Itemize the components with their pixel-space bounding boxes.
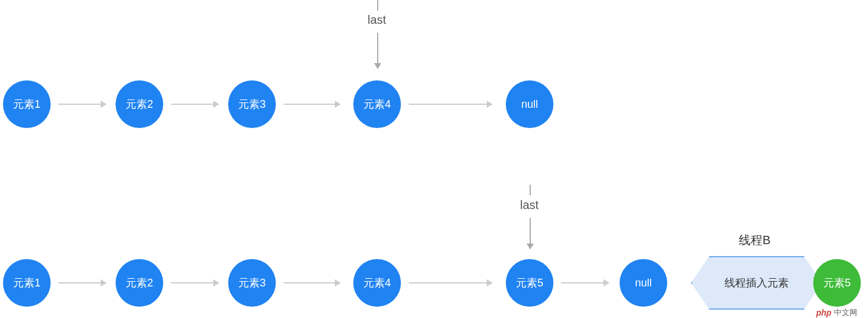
thread-b-title: 线程B bbox=[739, 232, 770, 248]
pointer-line-top-row2 bbox=[530, 185, 531, 195]
watermark-text: 中文网 bbox=[834, 307, 857, 318]
node-row1-3: 元素3 bbox=[228, 80, 276, 128]
arrow-row2-4-5 bbox=[409, 282, 492, 283]
watermark-logo: php bbox=[816, 308, 832, 317]
pointer-arrow-down-row1 bbox=[377, 33, 378, 68]
arrow-row2-3-4 bbox=[284, 282, 340, 283]
node-text: null bbox=[521, 98, 538, 111]
pointer-line-top-row1 bbox=[377, 0, 378, 11]
arrow-row1-2-3 bbox=[171, 104, 219, 105]
node-text: 元素5 bbox=[823, 276, 851, 290]
node-row2-1: 元素1 bbox=[3, 259, 51, 307]
node-text: 元素3 bbox=[238, 276, 266, 290]
node-row2-null: null bbox=[620, 259, 667, 307]
node-row2-2: 元素2 bbox=[116, 259, 163, 307]
node-text: null bbox=[635, 277, 652, 289]
thread-b-action-text: 线程插入元素 bbox=[724, 276, 789, 290]
arrow-row1-1-2 bbox=[58, 104, 106, 105]
node-text: 元素5 bbox=[516, 276, 543, 290]
arrow-row1-3-4 bbox=[284, 104, 340, 105]
node-text: 元素1 bbox=[13, 276, 41, 290]
arrow-row1-4-null bbox=[409, 104, 492, 105]
node-text: 元素4 bbox=[363, 276, 391, 290]
node-row1-null: null bbox=[506, 80, 553, 128]
node-row1-2: 元素2 bbox=[116, 80, 163, 128]
last-label-row2: last bbox=[520, 198, 539, 212]
node-text: 元素2 bbox=[126, 97, 153, 111]
node-row2-5: 元素5 bbox=[506, 259, 553, 307]
arrow-row2-1-2 bbox=[58, 282, 106, 283]
arrow-row2-5-null bbox=[561, 282, 609, 283]
node-row2-4: 元素4 bbox=[353, 259, 401, 307]
node-text: 元素1 bbox=[13, 97, 41, 111]
node-row1-1: 元素1 bbox=[3, 80, 51, 128]
thread-b-action-hexagon: 线程插入元素 bbox=[691, 256, 822, 310]
node-row1-4: 元素4 bbox=[353, 80, 401, 128]
node-row2-3: 元素3 bbox=[228, 259, 276, 307]
watermark: php 中文网 bbox=[816, 307, 857, 318]
last-label-row1: last bbox=[368, 13, 386, 27]
node-text: 元素2 bbox=[126, 276, 153, 290]
arrow-row2-2-3 bbox=[171, 282, 219, 283]
node-text: 元素4 bbox=[363, 97, 391, 111]
thread-b-node: 元素5 bbox=[813, 259, 861, 307]
node-text: 元素3 bbox=[238, 97, 266, 111]
pointer-arrow-down-row2 bbox=[530, 218, 531, 249]
